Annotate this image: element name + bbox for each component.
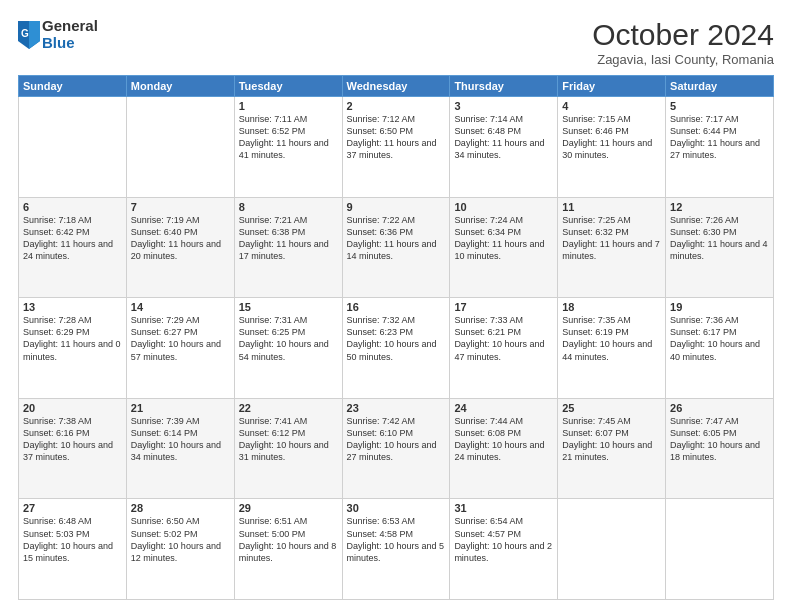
day-cell: 23Sunrise: 7:42 AMSunset: 6:10 PMDayligh… <box>342 398 450 499</box>
day-info: Sunrise: 7:12 AMSunset: 6:50 PMDaylight:… <box>347 113 446 162</box>
day-cell: 10Sunrise: 7:24 AMSunset: 6:34 PMDayligh… <box>450 197 558 298</box>
location: Zagavia, Iasi County, Romania <box>592 52 774 67</box>
day-cell <box>126 97 234 198</box>
day-info: Sunrise: 6:54 AMSunset: 4:57 PMDaylight:… <box>454 515 553 564</box>
day-cell: 7Sunrise: 7:19 AMSunset: 6:40 PMDaylight… <box>126 197 234 298</box>
day-cell: 19Sunrise: 7:36 AMSunset: 6:17 PMDayligh… <box>666 298 774 399</box>
header-row: SundayMondayTuesdayWednesdayThursdayFrid… <box>19 76 774 97</box>
day-cell: 6Sunrise: 7:18 AMSunset: 6:42 PMDaylight… <box>19 197 127 298</box>
day-number: 16 <box>347 301 446 313</box>
day-number: 4 <box>562 100 661 112</box>
day-number: 13 <box>23 301 122 313</box>
page: G General Blue October 2024 Zagavia, Ias… <box>0 0 792 612</box>
day-number: 18 <box>562 301 661 313</box>
day-info: Sunrise: 7:22 AMSunset: 6:36 PMDaylight:… <box>347 214 446 263</box>
day-info: Sunrise: 7:32 AMSunset: 6:23 PMDaylight:… <box>347 314 446 363</box>
logo-text: General Blue <box>42 18 98 51</box>
day-number: 30 <box>347 502 446 514</box>
day-info: Sunrise: 7:45 AMSunset: 6:07 PMDaylight:… <box>562 415 661 464</box>
day-cell: 21Sunrise: 7:39 AMSunset: 6:14 PMDayligh… <box>126 398 234 499</box>
day-number: 11 <box>562 201 661 213</box>
day-number: 5 <box>670 100 769 112</box>
day-cell: 20Sunrise: 7:38 AMSunset: 6:16 PMDayligh… <box>19 398 127 499</box>
day-number: 20 <box>23 402 122 414</box>
day-number: 14 <box>131 301 230 313</box>
day-number: 28 <box>131 502 230 514</box>
day-number: 8 <box>239 201 338 213</box>
day-number: 2 <box>347 100 446 112</box>
calendar-table: SundayMondayTuesdayWednesdayThursdayFrid… <box>18 75 774 600</box>
svg-marker-1 <box>29 21 40 49</box>
day-cell: 12Sunrise: 7:26 AMSunset: 6:30 PMDayligh… <box>666 197 774 298</box>
day-number: 21 <box>131 402 230 414</box>
day-header-friday: Friday <box>558 76 666 97</box>
day-cell: 14Sunrise: 7:29 AMSunset: 6:27 PMDayligh… <box>126 298 234 399</box>
day-info: Sunrise: 7:21 AMSunset: 6:38 PMDaylight:… <box>239 214 338 263</box>
day-cell <box>19 97 127 198</box>
day-info: Sunrise: 7:29 AMSunset: 6:27 PMDaylight:… <box>131 314 230 363</box>
day-cell: 25Sunrise: 7:45 AMSunset: 6:07 PMDayligh… <box>558 398 666 499</box>
day-number: 7 <box>131 201 230 213</box>
day-info: Sunrise: 7:15 AMSunset: 6:46 PMDaylight:… <box>562 113 661 162</box>
day-cell: 29Sunrise: 6:51 AMSunset: 5:00 PMDayligh… <box>234 499 342 600</box>
day-number: 24 <box>454 402 553 414</box>
day-cell: 13Sunrise: 7:28 AMSunset: 6:29 PMDayligh… <box>19 298 127 399</box>
svg-text:G: G <box>21 28 29 39</box>
day-cell: 1Sunrise: 7:11 AMSunset: 6:52 PMDaylight… <box>234 97 342 198</box>
day-info: Sunrise: 7:17 AMSunset: 6:44 PMDaylight:… <box>670 113 769 162</box>
day-number: 31 <box>454 502 553 514</box>
day-number: 9 <box>347 201 446 213</box>
day-cell: 16Sunrise: 7:32 AMSunset: 6:23 PMDayligh… <box>342 298 450 399</box>
day-number: 17 <box>454 301 553 313</box>
day-cell: 11Sunrise: 7:25 AMSunset: 6:32 PMDayligh… <box>558 197 666 298</box>
day-info: Sunrise: 7:41 AMSunset: 6:12 PMDaylight:… <box>239 415 338 464</box>
day-info: Sunrise: 6:48 AMSunset: 5:03 PMDaylight:… <box>23 515 122 564</box>
day-number: 26 <box>670 402 769 414</box>
week-row-2: 13Sunrise: 7:28 AMSunset: 6:29 PMDayligh… <box>19 298 774 399</box>
day-info: Sunrise: 7:26 AMSunset: 6:30 PMDaylight:… <box>670 214 769 263</box>
day-number: 23 <box>347 402 446 414</box>
day-cell: 30Sunrise: 6:53 AMSunset: 4:58 PMDayligh… <box>342 499 450 600</box>
day-header-monday: Monday <box>126 76 234 97</box>
day-cell <box>558 499 666 600</box>
day-info: Sunrise: 7:24 AMSunset: 6:34 PMDaylight:… <box>454 214 553 263</box>
day-cell: 22Sunrise: 7:41 AMSunset: 6:12 PMDayligh… <box>234 398 342 499</box>
day-header-wednesday: Wednesday <box>342 76 450 97</box>
day-info: Sunrise: 7:19 AMSunset: 6:40 PMDaylight:… <box>131 214 230 263</box>
day-number: 29 <box>239 502 338 514</box>
day-number: 10 <box>454 201 553 213</box>
day-number: 12 <box>670 201 769 213</box>
day-info: Sunrise: 7:11 AMSunset: 6:52 PMDaylight:… <box>239 113 338 162</box>
month-title: October 2024 <box>592 18 774 52</box>
day-cell: 8Sunrise: 7:21 AMSunset: 6:38 PMDaylight… <box>234 197 342 298</box>
day-cell: 3Sunrise: 7:14 AMSunset: 6:48 PMDaylight… <box>450 97 558 198</box>
calendar-header: SundayMondayTuesdayWednesdayThursdayFrid… <box>19 76 774 97</box>
week-row-4: 27Sunrise: 6:48 AMSunset: 5:03 PMDayligh… <box>19 499 774 600</box>
day-cell: 24Sunrise: 7:44 AMSunset: 6:08 PMDayligh… <box>450 398 558 499</box>
day-info: Sunrise: 6:51 AMSunset: 5:00 PMDaylight:… <box>239 515 338 564</box>
day-number: 19 <box>670 301 769 313</box>
day-cell: 15Sunrise: 7:31 AMSunset: 6:25 PMDayligh… <box>234 298 342 399</box>
day-header-sunday: Sunday <box>19 76 127 97</box>
day-info: Sunrise: 7:42 AMSunset: 6:10 PMDaylight:… <box>347 415 446 464</box>
day-info: Sunrise: 7:36 AMSunset: 6:17 PMDaylight:… <box>670 314 769 363</box>
day-info: Sunrise: 7:44 AMSunset: 6:08 PMDaylight:… <box>454 415 553 464</box>
day-cell: 2Sunrise: 7:12 AMSunset: 6:50 PMDaylight… <box>342 97 450 198</box>
day-header-tuesday: Tuesday <box>234 76 342 97</box>
day-header-thursday: Thursday <box>450 76 558 97</box>
day-cell: 17Sunrise: 7:33 AMSunset: 6:21 PMDayligh… <box>450 298 558 399</box>
week-row-3: 20Sunrise: 7:38 AMSunset: 6:16 PMDayligh… <box>19 398 774 499</box>
day-info: Sunrise: 7:39 AMSunset: 6:14 PMDaylight:… <box>131 415 230 464</box>
day-info: Sunrise: 7:47 AMSunset: 6:05 PMDaylight:… <box>670 415 769 464</box>
day-number: 6 <box>23 201 122 213</box>
day-info: Sunrise: 7:28 AMSunset: 6:29 PMDaylight:… <box>23 314 122 363</box>
day-info: Sunrise: 7:18 AMSunset: 6:42 PMDaylight:… <box>23 214 122 263</box>
day-number: 22 <box>239 402 338 414</box>
day-cell: 26Sunrise: 7:47 AMSunset: 6:05 PMDayligh… <box>666 398 774 499</box>
day-number: 25 <box>562 402 661 414</box>
day-cell <box>666 499 774 600</box>
day-cell: 28Sunrise: 6:50 AMSunset: 5:02 PMDayligh… <box>126 499 234 600</box>
week-row-0: 1Sunrise: 7:11 AMSunset: 6:52 PMDaylight… <box>19 97 774 198</box>
day-number: 1 <box>239 100 338 112</box>
logo: G General Blue <box>18 18 98 51</box>
